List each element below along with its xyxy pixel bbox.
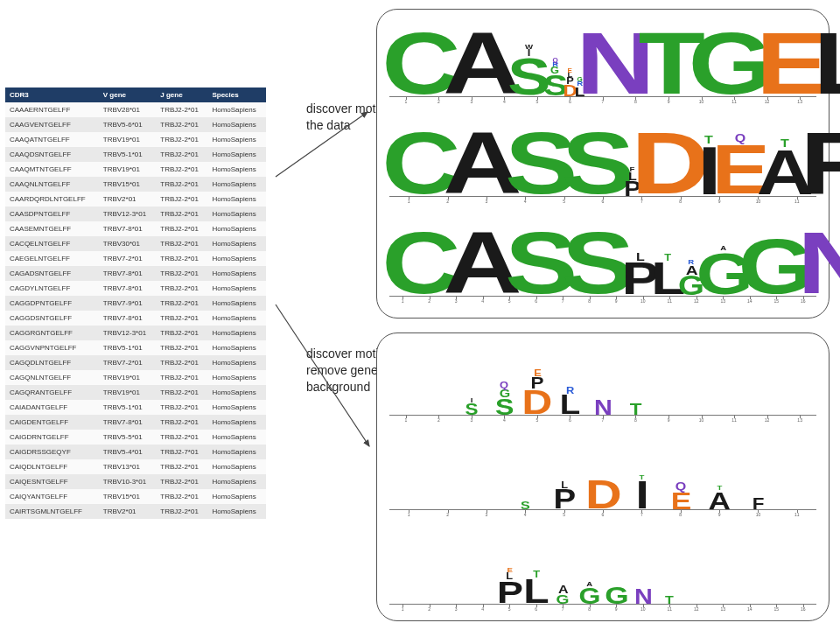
logo-letter: W [525, 45, 533, 50]
logo-column: S [569, 220, 626, 297]
table-cell: CAGADSNTGELFF [5, 266, 99, 281]
logo-letter: S [521, 501, 529, 510]
logo-letter: G [499, 389, 509, 398]
table-cell: HomoSapiens [207, 355, 266, 370]
table-cell: TRBV5-5*01 [99, 430, 157, 444]
logo-letter: Q [676, 482, 686, 491]
logo-column [428, 438, 466, 510]
logo-column [718, 344, 751, 416]
table-cell: HomoSapiens [207, 132, 266, 147]
axis-tick: 14 [737, 606, 764, 617]
logo-letter: P [553, 489, 575, 510]
logo-column: EQ [718, 120, 762, 197]
table-cell: HomoSapiens [207, 400, 266, 415]
axis-tick: 1 [389, 417, 423, 428]
table-cell: TRBV7-9*01 [99, 296, 157, 311]
sequence-logo: 12345678910111213SISGQDPELRNT [389, 344, 816, 428]
table-cell: CAASDPNTGELFF [5, 206, 99, 221]
logo-letter: G [551, 67, 560, 74]
logo-letter: S [495, 398, 514, 416]
table-cell: TRBV12-3*01 [99, 206, 157, 221]
sequence-logo: 12345678910111213141516PLELTGAGAGNT [389, 533, 816, 617]
table-header: Species [207, 88, 266, 102]
table-cell: HomoSapiens [207, 415, 266, 430]
axis-tick: 10 [738, 512, 777, 522]
table-cell: TRBV7-8*01 [99, 415, 157, 430]
axis-tick: 11 [718, 417, 751, 428]
logo-column [443, 533, 470, 605]
motif-panel-background-removed: 12345678910111213SISGQDPELRNT12345678910… [376, 332, 830, 621]
table-cell: HomoSapiens [207, 504, 266, 519]
logo-column: C [389, 20, 451, 97]
logo-column [790, 533, 817, 605]
logo-column: LR [554, 344, 587, 416]
table-cell: TRBV15*01 [99, 489, 157, 504]
table-cell: CAAQATNTGELFF [5, 132, 99, 147]
logo-letter: T [664, 255, 671, 262]
logo-letter: Q [500, 382, 508, 389]
logo-column: N [630, 533, 657, 605]
table-cell: CAIQDLNTGELFF [5, 459, 99, 474]
logo-letter: A [586, 582, 592, 587]
axis-tick: 2 [423, 417, 456, 428]
logo-letter: R [566, 388, 574, 395]
logo-column: PLE [496, 533, 523, 605]
logo-column: GA [577, 533, 604, 605]
logo-column: S [512, 220, 569, 297]
table-cell: TRBJ2-2*01 [156, 147, 207, 162]
table-cell: TRBV15*01 [99, 177, 157, 192]
table-row: CAAQATNTGELFFTRBV19*01TRBJ2-2*01HomoSapi… [5, 132, 266, 147]
table-row: CAIGDRSSGEQYFTRBV5-4*01TRBJ2-7*01HomoSap… [5, 444, 266, 459]
logo-letter: S [466, 403, 479, 416]
sequence-logo: 1234567891011SPLDITEQATF [389, 438, 816, 522]
table-cell: TRBV5-1*01 [99, 400, 157, 415]
motif-panel-raw: 12345678910111213CASIWSGRQDPLELRGNTGELFF… [376, 9, 830, 318]
table-row: CAGGRGNTGELFFTRBV12-3*01TRBJ2-2*01HomoSa… [5, 326, 266, 340]
table-cell: TRBV19*01 [99, 385, 157, 400]
logo-column [389, 438, 428, 510]
table-cell: HomoSapiens [207, 489, 266, 504]
logo-letter: N [797, 228, 840, 297]
logo-column: A [451, 220, 512, 297]
logo-column: T [656, 533, 683, 605]
axis-tick: 11 [656, 606, 683, 617]
table-row: CAGADSNTGELFFTRBV7-8*01TRBJ2-2*01HomoSap… [5, 266, 266, 281]
axis-tick: 10 [685, 417, 718, 428]
logo-column: D [584, 438, 622, 510]
table-row: CAAQDSNTGELFFTRBV5-1*01TRBJ2-2*01HomoSap… [5, 147, 266, 162]
table-cell: TRBV19*01 [99, 132, 157, 147]
logo-column [683, 533, 710, 605]
table-cell: HomoSapiens [207, 474, 266, 489]
table-row: CACQELNTGELFFTRBV30*01TRBJ2-2*01HomoSapi… [5, 236, 266, 251]
logo-column [389, 344, 423, 416]
logo-column: LT [523, 533, 550, 605]
table-row: CAIGDENTGELFFTRBV7-8*01TRBJ2-2*01HomoSap… [5, 415, 266, 430]
table-cell: TRBJ2-2*01 [156, 355, 207, 370]
table-cell: TRBJ2-2*01 [156, 474, 207, 489]
logo-letter: T [639, 475, 644, 480]
logo-letter: E [670, 491, 690, 510]
logo-letter: E [507, 568, 512, 573]
table-cell: CAGGDPNTGELFF [5, 296, 99, 311]
logo-letter: T [533, 571, 540, 578]
table-cell: HomoSapiens [207, 162, 266, 177]
table-cell: CAGGVNPNTGELFF [5, 340, 99, 355]
table-row: CAGGVNPNTGELFFTRBV5-1*01TRBJ2-2*01HomoSa… [5, 340, 266, 355]
table-header: J gene [156, 88, 207, 102]
logo-letter: P [531, 377, 544, 389]
table-cell: HomoSapiens [207, 444, 266, 459]
logo-column: F [807, 120, 840, 197]
table-cell: TRBV5-1*01 [99, 147, 157, 162]
logo-column: LT [654, 220, 681, 297]
logo-letter: L [561, 482, 568, 489]
logo-letter: T [780, 139, 788, 148]
logo-column [783, 344, 816, 416]
logo-letter: T [666, 596, 674, 605]
logo-column: SI [455, 344, 488, 416]
table-cell: CAAQNLNTGELFF [5, 177, 99, 192]
axis-tick: 3 [443, 606, 470, 617]
logo-column: N [805, 220, 840, 297]
table-cell: CAIADANTGELFF [5, 400, 99, 415]
logo-letter: A [720, 246, 726, 251]
table-cell: TRBV2*01 [99, 504, 157, 519]
